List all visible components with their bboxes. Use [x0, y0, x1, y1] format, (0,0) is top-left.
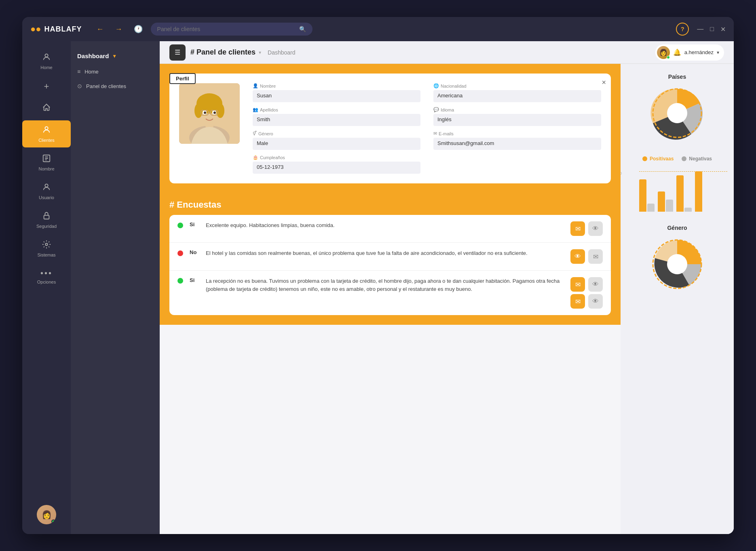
bar-chart-wrapper: 100 70 60 40 0 [627, 171, 727, 212]
content-header: ☰ # Panel de clientes ▾ Dashboard 👩 🔔 a.… [160, 41, 734, 64]
survey-dot-2 [177, 250, 183, 256]
nacionalidad-label: 🌐 Nacionalidad [433, 83, 601, 88]
field-nacionalidad: 🌐 Nacionalidad Americana [433, 83, 601, 102]
survey-label-1: Si [190, 221, 199, 227]
content-area: ☰ # Panel de clientes ▾ Dashboard 👩 🔔 a.… [160, 41, 734, 534]
svg-point-3 [45, 184, 48, 187]
sidebar-item-home-label: Home [40, 65, 52, 70]
person2-icon: 👥 [253, 107, 258, 112]
nav-panel-icon: ⊙ [77, 83, 82, 89]
survey-email-button-1[interactable]: ✉ [570, 221, 585, 236]
bar-3-gray [684, 208, 692, 212]
sidebar-item-add[interactable]: + [22, 76, 71, 97]
bar-2-orange [658, 191, 665, 212]
survey-email-button-2[interactable]: ✉ [588, 249, 603, 264]
svg-point-20 [667, 103, 687, 123]
user-avatar-rail[interactable]: 👩 [37, 505, 56, 524]
sistemas-icon [42, 240, 51, 251]
sidebar-item-nombre[interactable]: Nombre [22, 149, 71, 176]
clientes-icon [42, 125, 51, 136]
profile-photo [179, 83, 240, 144]
sidebar-item-opciones[interactable]: ••• Opciones [22, 264, 71, 289]
survey-view-button-3a[interactable]: 👁 [588, 277, 603, 292]
encuestas-section: # Encuestas Si Excelente equipo. Habitac… [160, 193, 621, 325]
menu-icon: ☰ [175, 48, 180, 56]
close-button[interactable]: × [602, 78, 606, 87]
field-idioma: 💬 Idioma Inglés [433, 107, 601, 126]
breadcrumb-link[interactable]: Dashboard [268, 49, 296, 56]
user-dropdown-button[interactable]: ▾ [717, 50, 719, 55]
gender-icon: ⚥ [253, 131, 257, 136]
genero-chart-title: Género [630, 225, 724, 231]
page-title: # Panel de clientes [190, 48, 256, 57]
home-icon [42, 53, 51, 63]
encuestas-title: # Encuestas [169, 193, 611, 215]
survey-label-2: No [190, 249, 199, 255]
legend-negativas-label: Negativas [689, 156, 712, 162]
survey-actions-3: ✉ 👁 ✉ 👁 [570, 277, 603, 309]
page-title-chevron-icon: ▾ [259, 50, 261, 55]
sidebar-item-clientes[interactable]: Clientes [22, 120, 71, 147]
notification-icon[interactable]: 🔔 [673, 48, 681, 56]
paises-chart-title: Países [630, 74, 724, 80]
sidebar-item-house[interactable] [22, 98, 71, 119]
genero-value: Male [253, 138, 420, 150]
chart-legend: Positivaas Negativas [627, 156, 727, 162]
profile-tab[interactable]: Perfil [169, 73, 196, 84]
bar-4-orange [695, 171, 702, 212]
back-button[interactable]: ← [93, 23, 107, 35]
idioma-label: 💬 Idioma [433, 107, 601, 112]
search-icon: 🔍 [299, 26, 306, 32]
svg-point-1 [45, 127, 48, 130]
help-button[interactable]: ? [676, 23, 689, 36]
history-button[interactable]: 🕐 [131, 23, 146, 35]
nav-item-panel[interactable]: ⊙ Panel de clientes [71, 79, 160, 93]
online-status-dot [51, 519, 55, 524]
usuario-icon [42, 183, 51, 193]
paises-chart-section: Países [627, 70, 727, 149]
email-icon: ✉ [433, 131, 437, 136]
forward-button[interactable]: → [112, 23, 126, 35]
nav-item-home[interactable]: ≡ Home [71, 64, 160, 79]
survey-view-button-3b[interactable]: 👁 [588, 294, 603, 309]
field-genero: ⚥ Género Male [253, 131, 420, 150]
page-title-area: # Panel de clientes ▾ Dashboard [190, 48, 296, 57]
add-icon: + [44, 81, 49, 92]
field-cumpleanos: 🎂 Cumpleaños 05-12-1973 [253, 155, 420, 174]
sidebar-item-sistemas[interactable]: Sistemas [22, 235, 71, 262]
sidebar-item-home[interactable]: Home [22, 48, 71, 75]
survey-dot-1 [177, 223, 183, 228]
sidebar-item-opciones-label: Opciones [37, 280, 56, 284]
bar-group-4 [695, 171, 702, 212]
field-emails: ✉ E-mails Smithsusan@gmail.com [433, 131, 601, 150]
title-bar: ●● HABLAFY ← → 🕐 🔍 ? — □ ✕ [22, 17, 734, 41]
menu-toggle-button[interactable]: ☰ [169, 44, 186, 61]
maximize-button[interactable]: □ [710, 25, 714, 33]
sidebar-item-seguridad[interactable]: Seguridad [22, 206, 71, 233]
survey-view-button-2[interactable]: 👁 [570, 249, 585, 264]
birthday-icon: 🎂 [253, 155, 258, 160]
profile-card: Perfil × [169, 74, 611, 183]
header-user-section: 👩 🔔 a.hernández ▾ [655, 44, 724, 61]
bar-group-3 [676, 175, 692, 212]
nav-item-panel-label: Panel de clientes [86, 83, 126, 89]
bar-1-orange [639, 179, 646, 212]
legend-dot-gray [682, 156, 686, 161]
svg-point-0 [45, 54, 48, 57]
survey-view-button-1[interactable]: 👁 [588, 221, 603, 236]
legend-positivas: Positivaas [642, 156, 674, 162]
minimize-button[interactable]: — [697, 25, 703, 33]
profile-photo-svg [179, 83, 240, 144]
close-button[interactable]: ✕ [720, 25, 726, 33]
icon-rail: Home + Clientes [22, 41, 71, 534]
search-input[interactable] [157, 26, 296, 32]
sidebar-item-usuario[interactable]: Usuario [22, 178, 71, 205]
nav-sidebar-header[interactable]: Dashboard ▼ [71, 48, 160, 64]
chevron-down-icon: ▼ [112, 53, 117, 59]
svg-point-22 [667, 254, 687, 274]
survey-email-button-3a[interactable]: ✉ [570, 277, 585, 292]
field-apellidos: 👥 Apellidos Smith [253, 107, 420, 126]
svg-rect-4 [44, 215, 49, 219]
survey-email-button-3b[interactable]: ✉ [570, 294, 585, 309]
sidebar-item-usuario-label: Usuario [39, 195, 54, 200]
